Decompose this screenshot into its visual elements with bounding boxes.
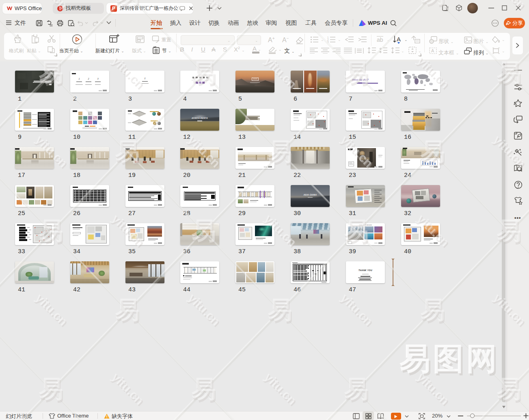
svg-text:A: A [397,36,401,43]
svg-text:A: A [431,48,434,53]
svg-text:3: 3 [327,41,329,43]
